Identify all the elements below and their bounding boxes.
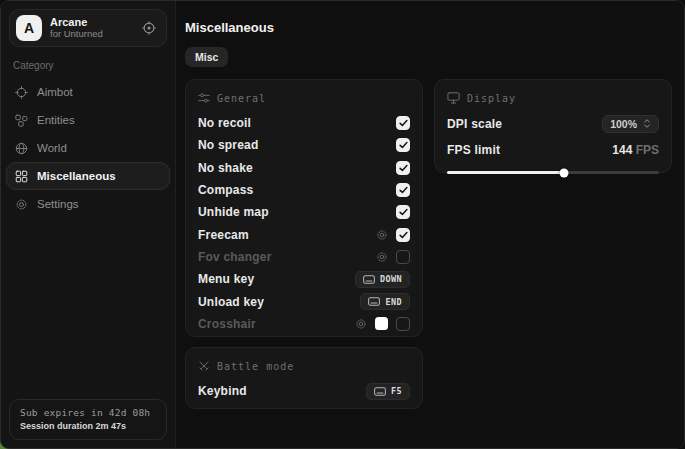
keybind-value: F5 bbox=[391, 386, 402, 396]
setting-row-unhide-map: Unhide map bbox=[198, 201, 410, 223]
setting-row-unload-key: Unload key END bbox=[198, 290, 410, 312]
settings-gear-icon[interactable] bbox=[355, 318, 367, 330]
checkbox-freecam[interactable] bbox=[396, 228, 410, 242]
sidebar-item-world[interactable]: World bbox=[6, 134, 170, 162]
setting-label: No shake bbox=[198, 161, 253, 175]
target-icon[interactable] bbox=[142, 21, 156, 35]
monitor-icon bbox=[447, 92, 460, 104]
setting-label: Crosshair bbox=[198, 317, 256, 331]
main-content: Miscellaneous Misc General No recoil No … bbox=[176, 1, 684, 448]
settings-gear-icon[interactable] bbox=[376, 229, 388, 241]
keybind-button-unload-key[interactable]: END bbox=[360, 293, 410, 310]
setting-label: Unload key bbox=[198, 295, 264, 309]
keyboard-icon bbox=[368, 297, 380, 306]
checkbox-unhide-map[interactable] bbox=[396, 205, 410, 219]
app-name: Arcane bbox=[50, 16, 103, 29]
subscription-info-card: Sub expires in 42d 08h Session duration … bbox=[9, 399, 167, 440]
fps-slider-fill bbox=[447, 171, 564, 174]
setting-label: FPS limit bbox=[447, 143, 500, 157]
keybind-value: DOWN bbox=[380, 274, 402, 284]
sidebar-item-aimbot[interactable]: Aimbot bbox=[6, 78, 170, 106]
setting-row-freecam: Freecam bbox=[198, 223, 410, 245]
setting-label: Keybind bbox=[198, 384, 247, 398]
panel-general: General No recoil No spread No shake bbox=[185, 79, 423, 337]
fps-slider-thumb[interactable] bbox=[559, 168, 568, 177]
globe-icon bbox=[15, 142, 28, 155]
dpi-scale-value: 100% bbox=[610, 118, 637, 130]
app-subtitle: for Unturned bbox=[50, 29, 103, 40]
setting-label: Compass bbox=[198, 183, 253, 197]
sidebar: A Arcane for Unturned Category Aimbot bbox=[1, 1, 176, 448]
checkbox-no-recoil[interactable] bbox=[396, 116, 410, 130]
setting-label: Menu key bbox=[198, 272, 254, 286]
panel-title: General bbox=[217, 93, 266, 104]
checkbox-no-spread[interactable] bbox=[396, 138, 410, 152]
setting-label: Fov changer bbox=[198, 250, 272, 264]
setting-row-menu-key: Menu key DOWN bbox=[198, 268, 410, 290]
page-title: Miscellaneous bbox=[185, 20, 274, 35]
panel-display: Display DPI scale 100% FPS limit 144 FPS bbox=[434, 79, 672, 173]
setting-row-compass: Compass bbox=[198, 179, 410, 201]
setting-label: Unhide map bbox=[198, 205, 269, 219]
checkbox-no-shake[interactable] bbox=[396, 161, 410, 175]
grid-icon bbox=[15, 170, 28, 183]
keybind-button-battle[interactable]: F5 bbox=[366, 383, 410, 400]
crosshair-icon bbox=[15, 86, 28, 99]
checkbox-fov-changer[interactable] bbox=[396, 250, 410, 264]
sidebar-item-label: Entities bbox=[37, 114, 75, 126]
setting-row-fov-changer: Fov changer bbox=[198, 246, 410, 268]
setting-row-no-shake: No shake bbox=[198, 157, 410, 179]
category-label: Category bbox=[13, 60, 163, 71]
setting-row-dpi-scale: DPI scale 100% bbox=[447, 112, 659, 135]
tab-misc[interactable]: Misc bbox=[185, 47, 228, 67]
sidebar-item-label: Aimbot bbox=[37, 86, 73, 98]
app-window: A Arcane for Unturned Category Aimbot bbox=[0, 0, 685, 449]
setting-label: Freecam bbox=[198, 228, 249, 242]
panel-battle-mode: Battle mode Keybind F5 bbox=[185, 347, 423, 409]
setting-row-battle-keybind: Keybind F5 bbox=[198, 380, 410, 402]
sliders-icon bbox=[198, 92, 210, 104]
sidebar-item-entities[interactable]: Entities bbox=[6, 106, 170, 134]
setting-row-fps-limit: FPS limit 144 FPS bbox=[447, 138, 659, 161]
setting-label: DPI scale bbox=[447, 117, 502, 131]
gear-icon bbox=[15, 198, 28, 211]
panel-title: Battle mode bbox=[217, 361, 294, 372]
checkbox-compass[interactable] bbox=[396, 183, 410, 197]
fps-limit-slider[interactable] bbox=[447, 168, 659, 177]
keybind-value: END bbox=[385, 297, 402, 307]
dpi-scale-select[interactable]: 100% bbox=[602, 115, 659, 133]
sidebar-item-settings[interactable]: Settings bbox=[6, 190, 170, 218]
setting-label: No recoil bbox=[198, 116, 251, 130]
keybind-button-menu-key[interactable]: DOWN bbox=[355, 271, 410, 288]
sub-expiry-text: Sub expires in 42d 08h bbox=[20, 407, 156, 418]
sidebar-item-miscellaneous[interactable]: Miscellaneous bbox=[6, 162, 170, 190]
sidebar-item-label: Miscellaneous bbox=[37, 170, 116, 182]
swords-icon bbox=[198, 360, 210, 372]
setting-label: No spread bbox=[198, 138, 258, 152]
keyboard-icon bbox=[374, 387, 386, 396]
sidebar-item-label: World bbox=[37, 142, 67, 154]
chevron-updown-icon bbox=[643, 118, 651, 129]
keyboard-icon bbox=[363, 275, 375, 284]
fps-limit-value: 144 FPS bbox=[612, 143, 659, 157]
setting-row-no-recoil: No recoil bbox=[198, 112, 410, 134]
entities-icon bbox=[15, 114, 28, 127]
setting-row-crosshair: Crosshair bbox=[198, 313, 410, 335]
sidebar-item-label: Settings bbox=[37, 198, 79, 210]
panel-title: Display bbox=[467, 93, 516, 104]
settings-gear-icon[interactable] bbox=[376, 251, 388, 263]
color-swatch[interactable] bbox=[375, 317, 388, 330]
checkbox-crosshair[interactable] bbox=[396, 317, 410, 331]
session-duration-text: Session duration 2m 47s bbox=[20, 421, 156, 431]
app-header-card: A Arcane for Unturned bbox=[9, 9, 167, 47]
category-nav: Aimbot Entities World Miscellaneous bbox=[1, 78, 175, 218]
app-logo: A bbox=[16, 15, 42, 41]
setting-row-no-spread: No spread bbox=[198, 134, 410, 156]
